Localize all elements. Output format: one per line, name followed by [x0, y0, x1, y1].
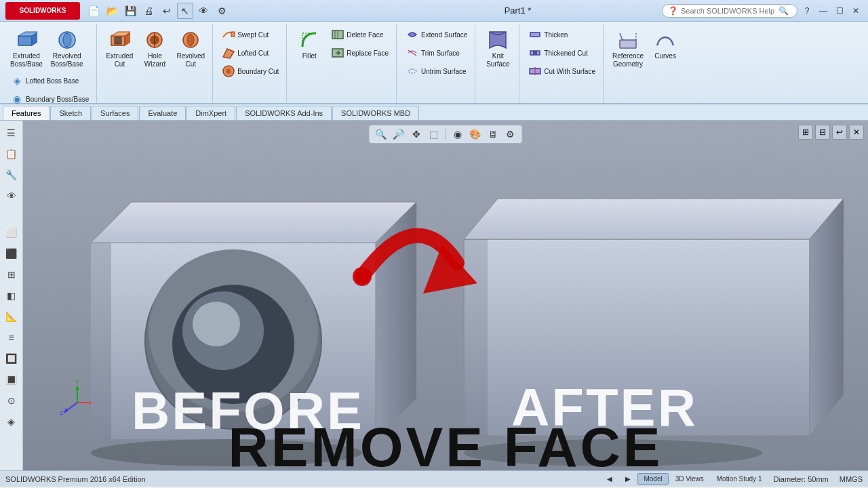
left-icon-tree[interactable]: ☰	[2, 123, 21, 142]
fillet-button[interactable]: Fillet	[292, 26, 326, 62]
vp-nav-expand[interactable]: ⊞	[798, 125, 813, 140]
svg-rect-25	[533, 51, 537, 55]
open-button[interactable]: 📂	[104, 3, 120, 19]
left-icon-10[interactable]: ◈	[2, 412, 21, 431]
revolved-cut-icon	[180, 29, 201, 51]
save-button[interactable]: 💾	[122, 3, 138, 19]
left-icon-9[interactable]: ⊙	[2, 391, 21, 410]
vp-nav-close[interactable]: ✕	[849, 125, 864, 140]
boundary-cut-button[interactable]: Boundary Cut	[218, 62, 282, 80]
thicken-button[interactable]: Thicken	[525, 26, 599, 43]
reference-geometry-button[interactable]: ReferenceGeometry	[609, 26, 647, 70]
replace-face-label: Replace Face	[347, 49, 389, 57]
close-button[interactable]: ✕	[849, 4, 863, 18]
left-icon-3[interactable]: ⊞	[2, 265, 21, 284]
extruded-boss-button[interactable]: ExtrudedBoss/Base	[7, 26, 46, 70]
left-icon-2[interactable]: ⬛	[2, 244, 21, 263]
vp-render-icon[interactable]: 🖥	[486, 127, 500, 142]
ribbon-toolbar: ExtrudedBoss/Base RevolvedBoss/Base ◈ Lo…	[0, 22, 868, 103]
print-button[interactable]: 🖨	[140, 3, 157, 19]
thickened-cut-button[interactable]: Thickened Cut	[525, 44, 599, 62]
left-icon-7[interactable]: 🔲	[2, 349, 21, 368]
untrim-surface-button[interactable]: Untrim Surface	[402, 62, 471, 80]
cut-with-surface-icon	[528, 64, 542, 78]
left-icon-display[interactable]: 👁	[2, 186, 21, 205]
extruded-cut-button[interactable]: ExtrudedCut	[102, 26, 136, 70]
search-input[interactable]	[681, 7, 776, 15]
svg-line-29	[620, 33, 623, 40]
left-icon-5[interactable]: 📐	[2, 307, 21, 326]
lofted-cut-button[interactable]: Lofted Cut	[218, 44, 282, 62]
extend-surface-button[interactable]: Extend Surface	[402, 26, 471, 43]
ribbon-group-thicken: Thicken Thickened Cut Cut With Surface	[521, 24, 604, 103]
tab-sketch[interactable]: Sketch	[50, 106, 91, 120]
lofted-boss-button[interactable]: ◈ Lofted Boss Base	[7, 72, 82, 89]
ribbon-group-surface: Extend Surface Trim Surface Untrim Surfa…	[398, 24, 475, 103]
revolved-boss-button[interactable]: RevolvedBoss/Base	[47, 26, 87, 70]
revolved-cut-button[interactable]: RevolvedCut	[173, 26, 208, 70]
undo-button[interactable]: ↩	[159, 3, 175, 19]
replace-face-icon	[331, 46, 344, 60]
search-box[interactable]: ❓ 🔍	[662, 4, 797, 18]
reference-geometry-label: ReferenceGeometry	[612, 52, 644, 68]
curves-button[interactable]: Curves	[648, 26, 682, 62]
replace-face-button[interactable]: Replace Face	[328, 44, 392, 62]
hole-wizard-button[interactable]: HoleWizard	[138, 26, 172, 70]
surface-col: Extend Surface Trim Surface Untrim Surfa…	[402, 26, 471, 80]
svg-rect-28	[620, 40, 636, 48]
title-bar: SOLIDWORKS 📄 📂 💾 🖨 ↩ ↖ 👁 ⚙ Part1 * ❓ 🔍 ?…	[0, 0, 868, 22]
lofted-cut-icon	[222, 46, 235, 60]
ribbon-group-refgeom: ReferenceGeometry Curves	[605, 24, 686, 103]
tab-mbd[interactable]: SOLIDWORKS MBD	[332, 106, 419, 120]
fillet-icon	[298, 29, 320, 51]
left-icon-properties[interactable]: 📋	[2, 144, 21, 163]
options-button[interactable]: ⚙	[214, 3, 230, 19]
thicken-icon	[528, 28, 542, 41]
delete-face-button[interactable]: Delete Face	[328, 26, 392, 43]
tab-surfaces[interactable]: Surfaces	[92, 106, 138, 120]
left-icon-config[interactable]: 🔧	[2, 165, 21, 184]
extruded-boss-label: ExtrudedBoss/Base	[10, 52, 43, 68]
tab-evaluate[interactable]: Evaluate	[139, 106, 186, 120]
left-icon-1[interactable]: ⬜	[2, 223, 21, 242]
svg-rect-23	[530, 33, 540, 37]
new-button[interactable]: 📄	[85, 3, 102, 19]
vp-nav-restore[interactable]: ↩	[832, 125, 847, 140]
status-right: Diameter: 50mm MMGS	[773, 475, 863, 483]
knit-surface-button[interactable]: KnitSurface	[481, 26, 515, 70]
select-button[interactable]: ↖	[177, 3, 193, 19]
left-icon-4[interactable]: ◧	[2, 286, 21, 305]
tab-dimxpert[interactable]: DimXpert	[186, 106, 235, 120]
vp-zoom-icon[interactable]: 🔍	[374, 127, 389, 142]
vp-nav-collapse[interactable]: ⊟	[815, 125, 830, 140]
curves-icon	[654, 29, 676, 51]
left-icon-6[interactable]: ≡	[2, 328, 21, 347]
cut-with-surface-button[interactable]: Cut With Surface	[525, 62, 599, 80]
vp-divider1	[446, 129, 446, 140]
left-icon-8[interactable]: 🔳	[2, 370, 21, 389]
vp-zoom2-icon[interactable]: 🔎	[391, 127, 406, 142]
vp-orient-icon[interactable]: ◉	[450, 127, 465, 142]
vp-pan-icon[interactable]: ✥	[409, 127, 424, 142]
vp-display-icon[interactable]: 🎨	[468, 127, 483, 142]
minimize-button[interactable]: —	[816, 4, 830, 18]
status-prev-button[interactable]: ◀	[601, 473, 618, 485]
view-button[interactable]: 👁	[195, 3, 212, 19]
tab-features[interactable]: Features	[3, 106, 50, 120]
ribbon-row-refgeom: ReferenceGeometry Curves	[609, 26, 682, 102]
vp-rotate-icon[interactable]: ⬚	[427, 127, 441, 142]
ribbon-row-cut: ExtrudedCut HoleWizard RevolvedCut	[102, 26, 208, 102]
maximize-button[interactable]: ☐	[833, 4, 846, 18]
status-tab-3dviews[interactable]: 3D Views	[669, 473, 710, 485]
help-button[interactable]: ?	[800, 4, 814, 18]
status-next-button[interactable]: ▶	[619, 473, 637, 485]
tab-addins[interactable]: SOLIDWORKS Add-Ins	[236, 106, 332, 120]
viewport[interactable]: BEFORE AFTER REMOVE FACE 🔍 🔎	[23, 121, 868, 470]
vp-settings-icon[interactable]: ⚙	[503, 127, 518, 142]
swept-cut-icon	[222, 28, 235, 41]
trim-surface-button[interactable]: Trim Surface	[402, 44, 471, 62]
ribbon-row-boss: ExtrudedBoss/Base RevolvedBoss/Base	[7, 26, 87, 70]
status-tab-model[interactable]: Model	[637, 473, 668, 485]
swept-cut-button[interactable]: Swept Cut	[218, 26, 282, 43]
status-tab-motionstudy[interactable]: Motion Study 1	[711, 473, 768, 485]
